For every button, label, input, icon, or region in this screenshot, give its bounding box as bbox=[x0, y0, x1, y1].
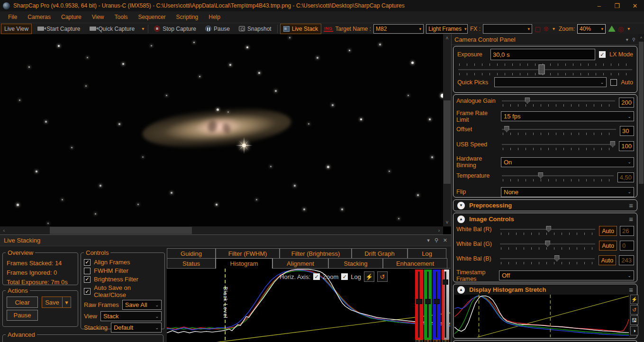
wb-b-slider-thumb[interactable] bbox=[554, 255, 560, 261]
scrollbar-thumb[interactable] bbox=[50, 227, 192, 234]
expand-icon[interactable]: ▼ bbox=[457, 202, 465, 209]
quick-capture-dropdown-icon[interactable]: ▾ bbox=[140, 26, 145, 31]
auto-save-row[interactable]: ✓Auto Save on Clear/Close bbox=[84, 284, 162, 298]
usb-speed-slider[interactable] bbox=[501, 141, 616, 147]
close-icon[interactable]: ✕ bbox=[443, 237, 447, 243]
exposure-input[interactable]: 30,0 s bbox=[490, 49, 595, 60]
menu-capture[interactable]: Capture bbox=[57, 12, 86, 22]
gray-level-bar[interactable]: ⇧ bbox=[442, 270, 450, 340]
menu-scripting[interactable]: Scripting bbox=[172, 12, 203, 22]
close-button[interactable]: ✕ bbox=[626, 0, 644, 11]
gain-slider-thumb[interactable] bbox=[525, 98, 530, 104]
quick-capture-button[interactable]: Quick Capture bbox=[86, 24, 138, 34]
save-button[interactable]: Save bbox=[42, 297, 63, 308]
red-level-bar[interactable]: ⇧ bbox=[415, 270, 423, 340]
bar-button-stub[interactable]: ⇧ bbox=[416, 340, 423, 342]
menu-tools[interactable]: Tools bbox=[110, 12, 132, 22]
wb-r-slider-thumb[interactable] bbox=[546, 226, 551, 232]
tab-status[interactable]: Status bbox=[167, 258, 216, 268]
reset-stretch-icon[interactable]: ↺ bbox=[377, 271, 388, 282]
blue-level-bar[interactable]: ⇧ bbox=[433, 270, 441, 340]
tab-histogram[interactable]: Histogram bbox=[216, 258, 272, 269]
raw-frames-select[interactable]: Save All⌄ bbox=[122, 300, 162, 310]
selection-area-icon[interactable]: ▢ bbox=[535, 25, 541, 33]
flip-select[interactable]: None⌄ bbox=[501, 187, 634, 197]
bar-button-stub[interactable]: ⇧ bbox=[425, 340, 432, 342]
offset-slider[interactable] bbox=[501, 126, 617, 132]
collapse-icon[interactable]: ▾ bbox=[626, 37, 628, 42]
green-level-bar[interactable]: ⇧ bbox=[424, 270, 432, 340]
frame-rate-select[interactable]: 15 fps⌄ bbox=[501, 111, 634, 121]
pause-stacking-button[interactable]: Pause bbox=[7, 310, 38, 321]
clear-button[interactable]: Clear bbox=[7, 297, 38, 308]
auto-stretch-icon[interactable]: ⚡ bbox=[364, 271, 374, 282]
snapshot-button[interactable]: Snapshot bbox=[236, 24, 275, 34]
menu-icon[interactable]: ≡ bbox=[629, 215, 633, 223]
scroll-down-icon[interactable]: ˅ bbox=[443, 218, 451, 226]
image-viewport[interactable] bbox=[0, 34, 443, 226]
view-select[interactable]: Stack⌄ bbox=[100, 311, 162, 321]
collapse-section-icon[interactable]: ▲ bbox=[457, 286, 465, 294]
reticle-icon[interactable]: ◎ bbox=[618, 25, 624, 33]
tab-filter-fwhm[interactable]: Filter (FWHM) bbox=[216, 248, 280, 258]
menu-sequencer[interactable]: Sequencer bbox=[134, 12, 170, 22]
image-vertical-scrollbar[interactable]: ˄ ˅ bbox=[443, 34, 451, 226]
offset-slider-thumb[interactable] bbox=[504, 126, 509, 132]
tab-alignment[interactable]: Alignment bbox=[272, 258, 328, 268]
menu-icon[interactable]: ≡ bbox=[629, 286, 633, 294]
stop-capture-button[interactable]: Stop Capture bbox=[151, 24, 200, 34]
wb-b-slider[interactable] bbox=[499, 255, 596, 261]
menu-cameras[interactable]: Cameras bbox=[23, 12, 55, 22]
log-axis-checkbox[interactable]: ✓ bbox=[341, 273, 348, 280]
exposure-auto-checkbox[interactable]: ✓ bbox=[610, 79, 617, 86]
scrollbar-thumb[interactable] bbox=[444, 100, 451, 184]
fx-select[interactable]: ▾ bbox=[483, 24, 532, 34]
wb-r-slider[interactable] bbox=[499, 226, 596, 232]
bar-button-stub[interactable]: ⇧ bbox=[442, 340, 449, 342]
gain-value[interactable]: 200 bbox=[619, 98, 634, 108]
selection-dropdown-icon[interactable]: ▾ bbox=[551, 26, 556, 31]
auto-stretch-icon[interactable]: ⚡ bbox=[630, 295, 638, 304]
pin-icon[interactable]: ⚲ bbox=[435, 237, 438, 243]
temperature-slider-thumb[interactable] bbox=[538, 172, 543, 179]
fwhm-filter-row[interactable]: ✓FWHM Filter bbox=[84, 267, 162, 274]
temperature-slider[interactable] bbox=[501, 172, 615, 179]
image-horizontal-scrollbar[interactable]: ‹ › bbox=[0, 226, 443, 234]
menu-help[interactable]: Help bbox=[204, 12, 225, 22]
pause-button[interactable]: Pause bbox=[202, 24, 233, 34]
tab-log[interactable]: Log bbox=[408, 248, 446, 258]
usb-speed-slider-thumb[interactable] bbox=[610, 141, 615, 147]
stacking-select[interactable]: Default⌄ bbox=[111, 323, 162, 333]
reset-stretch-icon[interactable]: ↺ bbox=[630, 305, 638, 315]
usb-speed-value[interactable]: 100 bbox=[619, 141, 634, 151]
quick-picks-select[interactable]: ⌄ bbox=[494, 77, 607, 87]
exposure-slider-thumb[interactable] bbox=[539, 64, 545, 74]
save-stretch-icon[interactable]: 🖫 bbox=[630, 315, 638, 325]
preprocessing-section[interactable]: ▼ Preprocessing ≡ bbox=[453, 199, 637, 211]
wb-g-slider[interactable] bbox=[499, 241, 596, 247]
wb-b-auto-button[interactable]: Auto bbox=[599, 255, 617, 265]
scroll-left-icon[interactable]: ‹ bbox=[0, 226, 8, 234]
wb-g-slider-thumb[interactable] bbox=[545, 241, 550, 247]
save-dropdown-icon[interactable]: ▾ bbox=[63, 297, 71, 308]
gain-slider[interactable] bbox=[501, 98, 616, 104]
offset-value[interactable]: 30 bbox=[620, 126, 634, 136]
exposure-slider[interactable] bbox=[457, 66, 633, 72]
target-name-select[interactable]: M82▾ bbox=[373, 24, 424, 34]
red-level-handle[interactable] bbox=[416, 299, 422, 304]
tab-guiding[interactable]: Guiding bbox=[167, 248, 216, 258]
scroll-right-icon[interactable]: › bbox=[435, 226, 443, 234]
panel-scrollbar[interactable]: ˄ bbox=[638, 34, 644, 342]
timestamp-select[interactable]: Off⌄ bbox=[499, 270, 634, 280]
collapse-section-icon[interactable]: ▲ bbox=[457, 216, 465, 223]
display-stretch-plot[interactable] bbox=[454, 295, 629, 337]
collapse-icon[interactable]: ▾ bbox=[427, 237, 430, 243]
bar-button-stub[interactable]: ⇧ bbox=[433, 340, 440, 342]
image-histogram-icon[interactable] bbox=[608, 26, 616, 32]
menu-icon[interactable]: ≡ bbox=[629, 201, 633, 209]
lx-mode-checkbox[interactable]: ✓ bbox=[599, 51, 606, 58]
brightness-filter-row[interactable]: ✓Brightness Filter bbox=[84, 276, 162, 283]
tab-enhancement[interactable]: Enhancement bbox=[383, 258, 447, 268]
live-view-button[interactable]: Live View bbox=[1, 24, 32, 34]
blue-level-handle[interactable] bbox=[434, 299, 440, 304]
